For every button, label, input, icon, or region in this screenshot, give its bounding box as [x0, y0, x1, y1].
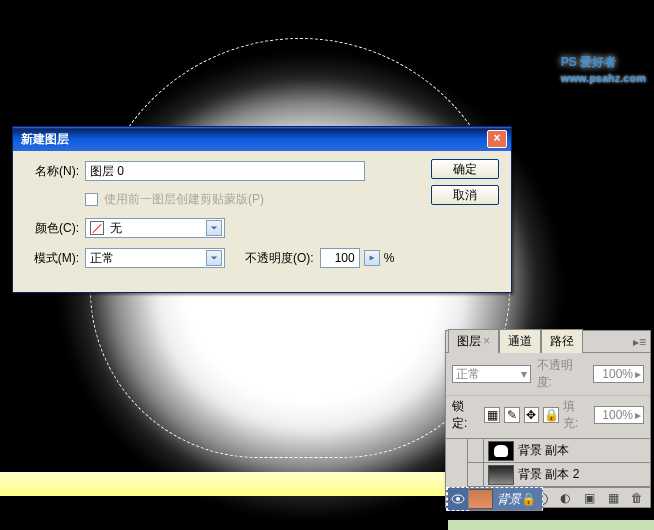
clip-mask-label: 使用前一图层创建剪贴蒙版(P) — [104, 191, 264, 208]
fill-input[interactable]: 100%▸ — [594, 406, 644, 424]
link-cell[interactable] — [468, 463, 484, 487]
color-value: 无 — [110, 220, 122, 237]
opacity-input[interactable] — [320, 248, 360, 268]
layer-thumb-icon[interactable] — [488, 441, 514, 461]
layer-thumb-icon[interactable] — [488, 465, 514, 485]
panel-opacity-label: 不透明度: — [537, 357, 587, 391]
close-icon[interactable]: × — [487, 130, 507, 148]
panel-opacity-input[interactable]: 100%▸ — [593, 365, 644, 383]
chevron-down-icon: ▾ — [521, 367, 527, 381]
lock-all-icon[interactable]: 🔒 — [543, 407, 559, 423]
watermark-url: www.psahz.com — [561, 72, 646, 84]
new-layer-dialog: 新建图层 × 确定 取消 名称(N): 使用前一图层创建剪贴蒙版(P) 颜色(C… — [12, 126, 512, 293]
svg-point-1 — [456, 497, 460, 501]
layer-name-input[interactable] — [85, 161, 365, 181]
watermark-text: PS 爱好者 — [561, 55, 616, 69]
tab-layers[interactable]: 图层× — [448, 329, 499, 353]
trash-icon[interactable]: 🗑 — [630, 491, 644, 505]
tab-channels[interactable]: 通道 — [499, 329, 541, 353]
watermark: PS 爱好者 www.psahz.com — [561, 46, 646, 84]
layer-name: 背景 副本 2 — [518, 466, 650, 483]
none-swatch-icon — [90, 221, 104, 235]
tab-close-icon[interactable]: × — [483, 334, 490, 348]
dialog-titlebar[interactable]: 新建图层 × — [13, 127, 511, 151]
name-label: 名称(N): — [25, 163, 85, 180]
lock-transparent-icon[interactable]: ▦ — [484, 407, 500, 423]
visibility-toggle[interactable] — [446, 439, 468, 463]
panel-menu-icon[interactable]: ▸≡ — [633, 335, 646, 349]
mode-select[interactable]: 正常 — [85, 248, 225, 268]
eye-icon — [451, 494, 465, 504]
dialog-title: 新建图层 — [17, 131, 487, 148]
chevron-down-icon[interactable] — [206, 220, 222, 236]
clip-mask-checkbox — [85, 193, 98, 206]
lock-label: 锁定: — [452, 398, 478, 432]
lock-move-icon[interactable]: ✥ — [524, 407, 540, 423]
fill-label: 填充: — [563, 398, 589, 432]
new-layer-icon[interactable]: ▦ — [606, 491, 620, 505]
guide-strip — [0, 472, 450, 496]
lock-paint-icon[interactable]: ✎ — [504, 407, 520, 423]
cancel-button[interactable]: 取消 — [431, 185, 499, 205]
ok-button[interactable]: 确定 — [431, 159, 499, 179]
layer-name: 背景 — [497, 491, 521, 508]
mode-value: 正常 — [90, 250, 114, 267]
layer-name: 背景 副本 — [518, 442, 650, 459]
visibility-toggle[interactable] — [446, 463, 468, 487]
layer-row[interactable]: 背景 副本 — [446, 439, 650, 463]
opacity-label: 不透明度(O): — [245, 250, 314, 267]
panel-tabs: 图层× 通道 路径 — [446, 331, 650, 353]
mode-label: 模式(M): — [25, 250, 85, 267]
tab-paths[interactable]: 路径 — [541, 329, 583, 353]
layer-list: 背景 副本 背景 副本 2 背景 🔒 — [446, 438, 650, 487]
layer-row[interactable]: 背景 副本 2 — [446, 463, 650, 487]
layers-panel: ▸≡ 图层× 通道 路径 正常 ▾ 不透明度: 100%▸ 锁定: ▦ ✎ ✥ … — [445, 330, 651, 508]
folder-icon[interactable]: ▣ — [582, 491, 596, 505]
link-cell[interactable] — [468, 439, 484, 463]
percent-label: % — [384, 251, 395, 265]
footer-strip — [448, 520, 654, 530]
chevron-down-icon[interactable] — [206, 250, 222, 266]
visibility-toggle[interactable] — [447, 487, 469, 511]
layer-row[interactable]: 背景 🔒 — [446, 487, 543, 511]
layer-thumb-icon[interactable] — [467, 489, 493, 509]
adjustment-icon[interactable]: ◐ — [558, 491, 572, 505]
opacity-flyout-icon[interactable] — [364, 250, 380, 266]
color-select[interactable]: 无 — [85, 218, 225, 238]
blend-mode-select[interactable]: 正常 ▾ — [452, 365, 531, 383]
lock-icon: 🔒 — [521, 492, 536, 506]
color-label: 颜色(C): — [25, 220, 85, 237]
